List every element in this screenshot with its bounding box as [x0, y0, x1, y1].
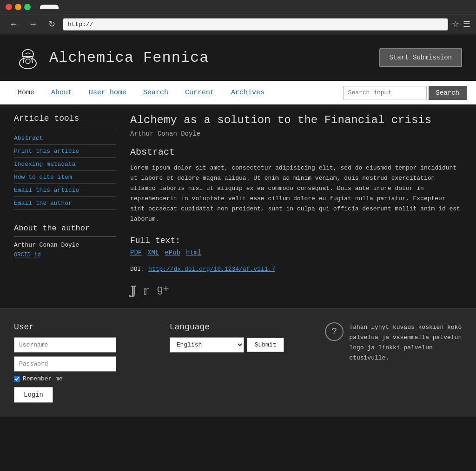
- nav-bar: Home About User home Search Current Arch…: [0, 81, 476, 105]
- language-submit-button[interactable]: Submit: [247, 338, 284, 352]
- fulltext-links: PDF XML ePub html: [130, 249, 462, 256]
- language-section: Language English Submit: [170, 322, 307, 403]
- pdf-link[interactable]: PDF: [130, 249, 142, 256]
- google-plus-icon[interactable]: g+: [157, 284, 169, 299]
- doi-label: DOI:: [130, 266, 145, 273]
- about-author-section: About the author Arthur Conan Doyle ORCI…: [14, 224, 116, 259]
- nav-home[interactable]: Home: [9, 81, 43, 104]
- start-submission-button[interactable]: Start Submission: [379, 48, 462, 67]
- social-icons: 𝕁 𝕣 g+: [130, 284, 462, 299]
- remember-me-row: Remember me: [14, 375, 151, 382]
- sidebar-indexing[interactable]: Indexing metadata: [14, 158, 116, 171]
- forward-button[interactable]: →: [25, 18, 41, 31]
- twitter-icon[interactable]: 𝕣: [143, 284, 149, 299]
- search-button[interactable]: Search: [429, 86, 467, 100]
- article-content: Alchemy as a solution to the Financial c…: [130, 114, 462, 299]
- facebook-icon[interactable]: 𝕁: [130, 284, 136, 299]
- remember-me-label: Remember me: [23, 375, 63, 382]
- nav-current[interactable]: Current: [177, 81, 223, 104]
- sidebar-how-to-cite[interactable]: How to cite item: [14, 171, 116, 184]
- author-name: Arthur Conan Doyle: [14, 242, 116, 249]
- doi-section: DOI: http://dx.doi.org/10.1234/af.v1i1.7: [130, 266, 462, 273]
- language-section-title: Language: [170, 322, 307, 332]
- article-title: Alchemy as a solution to the Financial c…: [130, 114, 462, 126]
- remember-me-checkbox[interactable]: [14, 376, 20, 382]
- footer-desc-text: Tähän lyhyt kuvaus koskien koko palvelua…: [349, 322, 462, 363]
- about-author-title: About the author: [14, 224, 116, 237]
- orcid-link[interactable]: ORCID id: [14, 252, 41, 258]
- nav-archives[interactable]: Archives: [223, 81, 273, 104]
- xml-link[interactable]: XML: [147, 249, 159, 256]
- footer: User Remember me Login Language English …: [0, 308, 476, 417]
- nav-search[interactable]: Search: [135, 81, 177, 104]
- username-input[interactable]: [14, 337, 116, 353]
- user-section: User Remember me Login: [14, 322, 151, 403]
- site-title: Alchemica Fennica: [49, 49, 209, 66]
- doi-link[interactable]: http://dx.doi.org/10.1234/af.v1i1.7: [148, 266, 275, 273]
- browser-nav: ← → ↻ ☆ ☰: [0, 14, 476, 34]
- sidebar-print[interactable]: Print this article: [14, 145, 116, 158]
- sidebar-abstract[interactable]: Abstract: [14, 132, 116, 145]
- dot-red: [6, 4, 12, 10]
- sidebar: Article tools Abstract Print this articl…: [14, 114, 116, 299]
- article-author: Arthur Conan Doyle: [130, 130, 462, 137]
- epub-link[interactable]: ePub: [165, 249, 180, 256]
- password-input[interactable]: [14, 356, 116, 372]
- sidebar-email-article[interactable]: Email this article: [14, 184, 116, 197]
- sidebar-email-author[interactable]: Email the author: [14, 197, 116, 210]
- nav-about[interactable]: About: [43, 81, 80, 104]
- dot-green: [24, 4, 31, 10]
- browser-chrome: [0, 0, 476, 14]
- search-input[interactable]: [343, 86, 427, 99]
- dot-yellow: [15, 4, 21, 10]
- address-bar[interactable]: [63, 18, 448, 31]
- main-content: Article tools Abstract Print this articl…: [0, 105, 476, 308]
- fulltext-label: Full text:: [130, 236, 462, 245]
- language-select[interactable]: English: [170, 337, 244, 353]
- bookmark-button[interactable]: ☆: [452, 19, 459, 29]
- svg-point-1: [26, 59, 30, 64]
- browser-tab[interactable]: [40, 5, 59, 9]
- html-link[interactable]: html: [186, 249, 202, 256]
- language-row: English Submit: [170, 337, 307, 353]
- logo-icon: [14, 44, 42, 72]
- abstract-heading: Abstract: [130, 147, 462, 157]
- help-icon: ?: [325, 322, 344, 341]
- abstract-text: Lorem ipsum dolor sit amet, consectetur …: [130, 163, 462, 225]
- nav-links: Home About User home Search Current Arch…: [9, 81, 343, 104]
- desc-section: ? Tähän lyhyt kuvaus koskien koko palvel…: [325, 322, 462, 403]
- login-button[interactable]: Login: [14, 387, 53, 403]
- search-area: Search: [343, 86, 467, 100]
- menu-button[interactable]: ☰: [463, 19, 470, 29]
- article-tools-title: Article tools: [14, 114, 116, 127]
- browser-dots: [6, 4, 31, 10]
- user-section-title: User: [14, 322, 151, 332]
- nav-user-home[interactable]: User home: [80, 81, 135, 104]
- page-wrapper: Alchemica Fennica Start Submission Home …: [0, 34, 476, 417]
- back-button[interactable]: ←: [6, 18, 21, 31]
- reload-button[interactable]: ↻: [45, 17, 59, 31]
- site-header: Alchemica Fennica Start Submission: [0, 34, 476, 81]
- logo-area: Alchemica Fennica: [14, 44, 209, 72]
